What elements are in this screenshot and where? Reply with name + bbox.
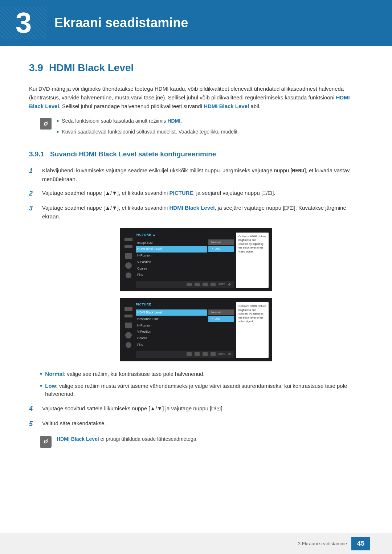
step-list: 1 Klahvijuhendi kuvamiseks vajutage sead… <box>29 166 363 221</box>
dropdown-low-1: ✓ Low <box>208 246 234 252</box>
mock-item-coarse-1: Coarse <box>136 265 207 272</box>
step-text-3: Vajutage seadmel nuppe [▲/▼], et liikuda… <box>42 204 363 221</box>
mock-item-fine-1: Fine <box>136 272 207 278</box>
note-content: • Seda funktsiooni saab kasutada ainult … <box>57 117 239 139</box>
step-4: 4 Vajutage soovitud sättele liikumiseks … <box>29 404 363 414</box>
option-normal-text: Normal: valige see režiim, kui kontrasts… <box>45 370 204 378</box>
mock-item-fine-2: Fine <box>136 341 207 348</box>
bullet-2: • <box>57 127 59 137</box>
mock-icon-lines-3 <box>124 307 132 311</box>
mock-icon-info-2 <box>126 342 131 348</box>
mock-menu-2: HDMI Black Level Response Time H-Positio… <box>136 309 207 348</box>
mock-menu-title-1: PICTURE ▲ <box>136 233 234 238</box>
step-number-5: 5 <box>29 419 39 429</box>
section-heading: 3.9 HDMI Black Level <box>29 60 363 75</box>
mock-btn-enter-2 <box>211 352 216 356</box>
page-footer: 3 Ekraani seadistamine 45 <box>0 533 392 554</box>
normal-label: Normal <box>45 371 64 377</box>
normal-colon: : valige see režiim, kui kontrastsuse ta… <box>64 371 205 377</box>
mock-btn-enter <box>211 283 216 286</box>
mock-tooltip-1: Optimize HDMI picture brightness and con… <box>236 233 269 288</box>
footer-text: 3 Ekraani seadistamine <box>298 540 347 547</box>
screen-mockup-1: PICTURE ▲ Image Size HDMI Black Level H-… <box>120 228 272 292</box>
note-hdmi-bold: HDMI <box>167 118 180 124</box>
step-number-4: 4 <box>29 404 39 414</box>
bottom-note-box: Ø HDMI Black Level ei pruugi ühilduda os… <box>40 435 363 448</box>
mock-icon-gear-2 <box>125 332 132 338</box>
mock-icon-display-1 <box>125 253 132 259</box>
step-text-5: Valitud säte rakendatakse. <box>42 419 106 428</box>
mock-btn-up <box>203 283 208 286</box>
mock-main-row-1: Image Size HDMI Black Level H-Position V… <box>136 239 234 278</box>
mock-tooltip-2: Optimize HDMI picture brightness and con… <box>236 302 269 358</box>
option-low: • Low: valige see režiim musta värvi tas… <box>40 382 363 398</box>
note-item-2: • Kuvari saadaolevad funktsioonid sõltuv… <box>57 128 239 137</box>
mock-btn-down <box>195 283 200 286</box>
mock-btn-left-2 <box>187 352 192 356</box>
mock-item-image-size: Image Size <box>136 239 207 246</box>
note-item-1: • Seda funktsiooni saab kasutada ainult … <box>57 117 239 126</box>
mock-item-response-time: Response Time <box>136 316 207 322</box>
menu-key: MENU <box>292 168 305 173</box>
picture-label: PICTURE <box>169 190 193 196</box>
screen-mockup-2: PICTURE HDMI Black Level Response Time H… <box>120 298 272 361</box>
mock-icon-lines-2 <box>124 245 132 248</box>
low-colon: : valige see režiim musta värvi taseme v… <box>45 383 347 397</box>
mock-sidebar-1 <box>123 233 134 288</box>
mock-item-h-position-2: H-Position <box>136 322 207 329</box>
mock-dropdown-1: Normal ✓ Low <box>208 239 234 278</box>
mock-icon-gear-1 <box>125 262 132 269</box>
mock-icon-info-1 <box>126 272 131 278</box>
body-text-middle: . Sellisel juhul parandage halvenenud pi… <box>59 103 204 109</box>
mock-btn-down-2 <box>195 352 200 356</box>
mock-btn-up-2 <box>203 352 208 356</box>
footer-page: 45 <box>351 537 370 550</box>
mock-power-2: ⏻ <box>228 352 231 356</box>
step-list-2: 4 Vajutage soovitud sättele liikumiseks … <box>29 404 363 429</box>
chapter-title: Ekraani seadistamine <box>54 13 188 33</box>
mock-power-1: ⏻ <box>228 283 231 287</box>
step-1: 1 Klahvijuhendi kuvamiseks vajutage sead… <box>29 166 363 184</box>
mock-item-v-position-2: V-Position <box>136 329 207 335</box>
step-2: 2 Vajutage seadmel nuppe [▲/▼], et liiku… <box>29 189 363 198</box>
note-text-2: Kuvari saadaolevad funktsioonid sõltuvad… <box>62 128 239 136</box>
bullet-normal: • <box>40 369 42 379</box>
bottom-note-text: ei pruugi ühilduda osade lähteseadmetega… <box>99 436 198 442</box>
mock-menu-1: Image Size HDMI Black Level H-Position V… <box>136 239 207 278</box>
step-5: 5 Valitud säte rakendatakse. <box>29 419 363 429</box>
option-normal: • Normal: valige see režiim, kui kontras… <box>40 370 363 379</box>
page-header: 3 Ekraani seadistamine <box>0 0 392 46</box>
mock-item-hdmi-black-level-2: HDMI Black Level <box>136 309 207 316</box>
dropdown-normal-1: Normal <box>208 239 234 245</box>
chapter-number-box: 3 <box>0 7 47 39</box>
bullet-1: • <box>57 116 59 126</box>
body-text-start: Kui DVD-mängija või digiboks ühendatakse… <box>29 86 344 100</box>
section-number: 3.9 <box>29 60 43 75</box>
step-number-3: 3 <box>29 204 39 213</box>
main-content: 3.9 HDMI Black Level Kui DVD-mängija või… <box>0 46 392 483</box>
mock-icon-lines-1 <box>124 238 132 241</box>
chapter-number: 3 <box>16 1 32 45</box>
step-text-2: Vajutage seadmel nuppe [▲/▼], et liikuda… <box>42 189 275 197</box>
bullet-low: • <box>40 381 42 391</box>
mock-body-1: PICTURE ▲ Image Size HDMI Black Level H-… <box>136 233 234 288</box>
subsection-number: 3.9.1 <box>29 150 44 158</box>
step-number-2: 2 <box>29 189 39 198</box>
mock-dropdown-2: Normal ✓ Low <box>208 309 234 348</box>
mock-auto-text-2: AUTO <box>219 352 225 356</box>
note-icon: Ø <box>40 118 52 130</box>
hdmi-black-level-label: HDMI Black Level <box>169 205 215 211</box>
bottom-note-content: HDMI Black Level ei pruugi ühilduda osad… <box>57 435 197 443</box>
note-text-1: Seda funktsiooni saab kasutada ainult re… <box>62 117 182 125</box>
bottom-note-icon: Ø <box>40 436 52 448</box>
mock-main-row-2: HDMI Black Level Response Time H-Positio… <box>136 309 234 348</box>
mock-auto-text-1: AUTO <box>219 283 225 287</box>
body-bold2: HDMI Black Level <box>204 103 249 109</box>
subsection-heading: 3.9.1 Suvandi HDMI Black Level sätete ko… <box>29 149 363 160</box>
mock-menu-title-2: PICTURE <box>136 302 234 307</box>
mock-bottom-2: AUTO ⏻ <box>136 351 234 358</box>
note-box: Ø • Seda funktsiooni saab kasutada ainul… <box>40 117 363 139</box>
subsection-title: Suvandi HDMI Black Level sätete konfigur… <box>50 150 216 158</box>
mock-item-hdmi-black-level: HDMI Black Level <box>136 246 207 253</box>
dropdown-low-2: ✓ Low <box>208 316 234 322</box>
